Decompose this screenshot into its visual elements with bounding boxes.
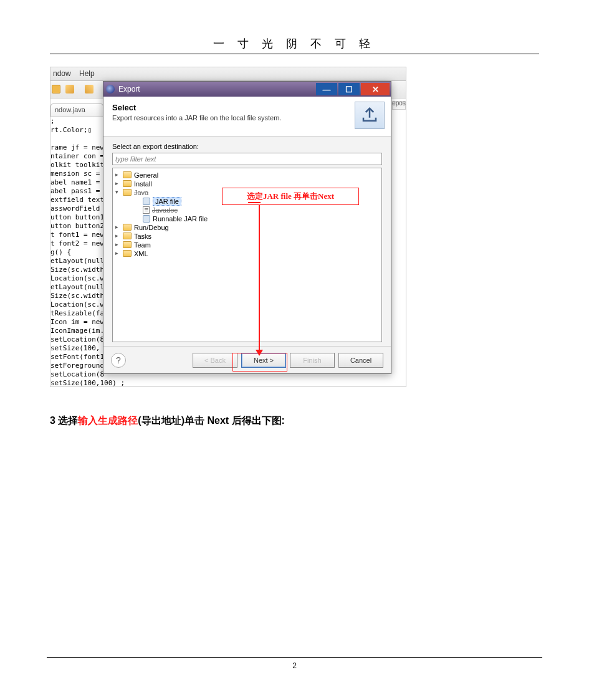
window-maximize-button[interactable]: ☐: [338, 83, 360, 95]
finish-button: Finish: [290, 353, 335, 368]
folder-icon: [123, 241, 132, 248]
dialog-header: Select Export resources into a JAR file …: [103, 97, 391, 137]
help-button[interactable]: ?: [111, 353, 126, 368]
annotation-callout: 选定JAR file 再单击Next: [222, 188, 359, 205]
tree-node-javadoc[interactable]: Javadoc: [132, 206, 380, 214]
annotation-arrow: [259, 204, 260, 355]
tree-node-xml[interactable]: XML: [114, 249, 380, 258]
tree-node-run-debug[interactable]: Run/Debug: [114, 223, 380, 232]
folder-icon: [123, 233, 132, 239]
header-title: 一 寸 光 阴 不 可 轻: [213, 37, 375, 50]
window-close-button[interactable]: ✕: [361, 83, 390, 95]
page-number: 2: [0, 657, 589, 670]
eclipse-icon: [106, 85, 115, 93]
javadoc-icon: [143, 206, 150, 214]
filter-text-input[interactable]: [112, 153, 382, 165]
tree-node-tasks[interactable]: Tasks: [114, 232, 380, 241]
back-button: < Back: [193, 353, 237, 368]
tree-node-general[interactable]: General: [114, 171, 380, 180]
jar-file-icon: [143, 198, 150, 205]
page-header: 一 寸 光 阴 不 可 轻: [50, 36, 539, 54]
folder-icon: [123, 189, 132, 196]
toolbar-icon[interactable]: [65, 85, 74, 93]
dialog-title: Export: [118, 85, 316, 93]
window-minimize-button[interactable]: —: [316, 83, 337, 95]
tree-node-runnable-jar[interactable]: Runnable JAR file: [132, 214, 380, 223]
cancel-button[interactable]: Cancel: [338, 353, 383, 368]
editor-tab[interactable]: ndow.java: [50, 103, 103, 117]
toolbar-icon[interactable]: [52, 85, 60, 93]
caption-highlight: 输入生成路径: [78, 415, 138, 426]
tree-node-team[interactable]: Team: [114, 241, 380, 249]
export-dialog: Export — ☐ ✕ Select Export resources int…: [103, 81, 391, 374]
step-caption: 3 选择输入生成路径(导出地址)单击 Next 后得出下图:: [50, 415, 539, 428]
next-button[interactable]: Next >: [241, 353, 286, 368]
dialog-body: Select an export destination: General In…: [103, 137, 391, 346]
side-text-fragment: epos: [392, 100, 406, 113]
folder-icon: [123, 224, 132, 231]
jar-file-icon: [143, 215, 150, 223]
folder-icon: [123, 171, 132, 178]
caption-rest: (导出地址)单击 Next 后得出下图:: [138, 415, 285, 426]
dialog-titlebar: Export — ☐ ✕: [103, 82, 391, 97]
destination-label: Select an export destination:: [112, 143, 382, 150]
dialog-footer: ? < Back Next > Finish Cancel: [103, 346, 391, 373]
screenshot-container: ndow Help ndow.java epos ; rt.Color;▯ ra…: [50, 67, 406, 387]
dialog-heading: Select: [112, 103, 382, 112]
toolbar-icon[interactable]: [85, 85, 93, 93]
export-icon: [355, 102, 385, 129]
folder-icon: [123, 180, 132, 187]
tree-node-install[interactable]: Install: [114, 180, 380, 188]
folder-icon: [123, 250, 132, 257]
ide-menubar: ndow Help: [50, 67, 406, 81]
menu-help[interactable]: Help: [79, 69, 95, 78]
caption-prefix: 3 选择: [50, 415, 78, 426]
dialog-subheading: Export resources into a JAR file on the …: [112, 114, 382, 122]
menu-window[interactable]: ndow: [53, 69, 71, 78]
